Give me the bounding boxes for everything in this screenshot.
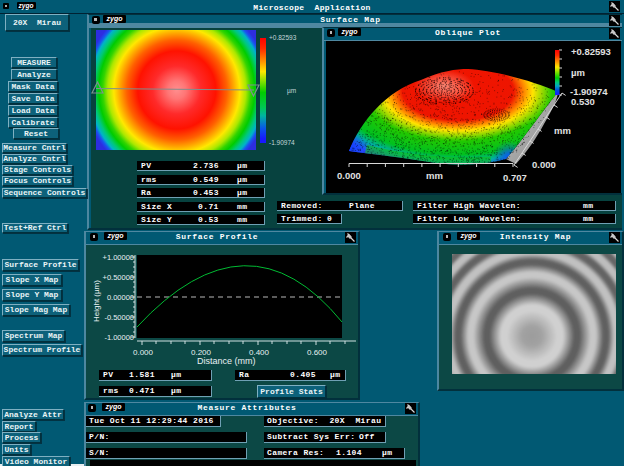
svg-text:mm: mm <box>426 170 443 181</box>
svg-text:0.707: 0.707 <box>503 172 527 183</box>
svg-text:mm: mm <box>554 125 571 136</box>
svg-text:0.530: 0.530 <box>571 96 595 107</box>
svg-text:0.000: 0.000 <box>337 170 361 181</box>
svg-text:0.000: 0.000 <box>532 159 556 170</box>
svg-text:+0.82593: +0.82593 <box>571 46 611 57</box>
svg-text:µm: µm <box>571 67 585 78</box>
